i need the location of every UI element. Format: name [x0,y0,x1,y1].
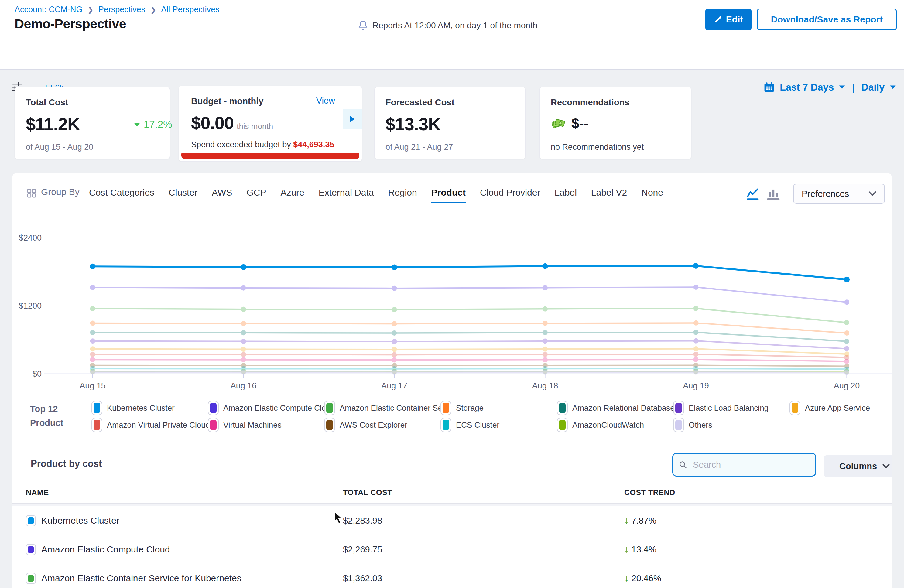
data-point[interactable] [90,321,95,326]
data-point[interactable] [241,339,246,344]
data-point[interactable] [392,352,397,357]
download-save-report-button[interactable]: Download/Save as Report [757,8,897,30]
legend-item-amazon-elastic-container-se[interactable]: Amazon Elastic Container Se... [324,401,441,415]
data-point[interactable] [392,370,397,375]
groupby-tab-cost-categories[interactable]: Cost Categories [89,187,154,203]
table-row-amazon-elastic-container-service-for-kubernetes[interactable]: Amazon Elastic Container Service for Kub… [13,564,891,588]
data-point[interactable] [694,357,699,362]
legend-item-amazon-virtual-private-cloud[interactable]: Amazon Virtual Private Cloud [92,417,208,432]
cost-line-chart[interactable]: $2400$1200$0Aug 15Aug 16Aug 17Aug 18Aug … [13,219,892,392]
data-point[interactable] [694,346,699,351]
data-point[interactable] [694,285,699,290]
data-point[interactable] [844,330,849,336]
groupby-tab-external-data[interactable]: External Data [319,187,374,203]
column-header-cost-trend[interactable]: COST TREND [624,488,675,497]
groupby-tab-azure[interactable]: Azure [280,187,304,203]
data-point[interactable] [392,286,397,291]
data-point[interactable] [694,321,699,326]
legend-item-azure-app-service[interactable]: Azure App Service [790,401,892,415]
data-point[interactable] [694,306,699,311]
data-point[interactable] [693,263,699,269]
data-point[interactable] [241,321,246,326]
data-point[interactable] [392,357,397,363]
data-point[interactable] [542,339,548,344]
data-point[interactable] [844,277,850,283]
legend-item-storage[interactable]: Storage [441,401,557,415]
data-point[interactable] [392,321,397,326]
caret-down-icon[interactable] [839,85,846,89]
data-point[interactable] [90,338,95,343]
table-row-amazon-elastic-compute-cloud[interactable]: Amazon Elastic Compute Cloud$2,269.75↓13… [13,535,891,564]
data-point[interactable] [392,339,397,344]
legend-item-kubernetes-cluster[interactable]: Kubernetes Cluster [92,401,208,415]
table-row-kubernetes-cluster[interactable]: Kubernetes Cluster$2,283.98↓7.87% [13,506,891,535]
column-header-total-cost[interactable]: TOTAL COST [343,488,392,497]
caret-down-icon[interactable] [890,85,896,89]
data-point[interactable] [694,352,699,357]
legend-item-ecs-cluster[interactable]: ECS Cluster [441,417,557,432]
legend-item-aws-cost-explorer[interactable]: AWS Cost Explorer [324,417,441,432]
date-range-dropdown[interactable]: Last 7 Days [780,82,834,93]
columns-dropdown[interactable]: Columns [824,455,892,477]
groupby-tab-gcp[interactable]: GCP [247,187,266,203]
groupby-tab-cloud-provider[interactable]: Cloud Provider [480,187,540,203]
data-point[interactable] [844,339,849,344]
data-point[interactable] [241,307,246,312]
series-aws-cost-explorer[interactable] [90,363,850,369]
data-point[interactable] [90,264,96,269]
data-point[interactable] [694,370,699,375]
data-point[interactable] [392,264,397,270]
series-amazon-virtual-private-cloud[interactable] [90,352,850,360]
data-point[interactable] [241,330,246,335]
granularity-dropdown[interactable]: Daily [861,82,885,93]
data-point[interactable] [542,370,548,375]
data-point[interactable] [694,338,699,343]
legend-item-others[interactable]: Others [673,417,790,432]
data-point[interactable] [392,347,397,352]
series-kubernetes-cluster[interactable] [90,263,850,283]
groupby-tab-product[interactable]: Product [431,187,466,203]
data-point[interactable] [90,370,95,375]
groupby-tab-label[interactable]: Label [555,187,577,203]
legend-item-elastic-load-balancing[interactable]: Elastic Load Balancing [673,401,790,415]
data-point[interactable] [241,370,246,375]
groupby-tab-label-v2[interactable]: Label V2 [591,187,627,203]
bar-chart-icon[interactable] [767,187,781,201]
data-point[interactable] [392,330,397,336]
data-point[interactable] [90,306,95,311]
legend-item-virtual-machines[interactable]: Virtual Machines [208,417,324,432]
data-point[interactable] [241,352,246,357]
data-point[interactable] [542,330,548,335]
groupby-tab-none[interactable]: None [641,187,663,203]
breadcrumb-perspectives[interactable]: Perspectives [98,5,145,14]
series-virtual-machines[interactable] [90,357,850,364]
groupby-tab-region[interactable]: Region [388,187,417,203]
data-point[interactable] [90,285,95,290]
data-point[interactable] [241,286,246,291]
edit-button[interactable]: Edit [705,8,752,30]
data-point[interactable] [542,346,548,352]
data-point[interactable] [90,357,95,362]
groupby-tab-aws[interactable]: AWS [212,187,232,203]
data-point[interactable] [542,285,548,290]
data-point[interactable] [844,370,849,375]
search-input[interactable] [693,460,810,470]
data-point[interactable] [90,352,95,357]
data-point[interactable] [241,346,246,352]
series-amazon-elastic-compute-clo[interactable] [90,285,850,305]
data-point[interactable] [844,320,849,325]
data-point[interactable] [542,263,548,269]
legend-item-amazon-relational-database[interactable]: Amazon Relational Database ... [557,401,673,415]
data-point[interactable] [542,321,548,326]
data-point[interactable] [542,352,548,357]
budget-next-button[interactable] [343,109,362,129]
data-point[interactable] [694,330,699,335]
series-amazon-elastic-container-se[interactable] [90,306,850,325]
breadcrumb-all-perspectives[interactable]: All Perspectives [161,5,219,14]
data-point[interactable] [392,307,397,312]
breadcrumb-account[interactable]: Account: CCM-NG [14,5,83,14]
budget-view-link[interactable]: View [316,96,335,106]
column-header-name[interactable]: NAME [26,488,49,497]
data-point[interactable] [90,330,95,335]
data-point[interactable] [241,357,246,362]
